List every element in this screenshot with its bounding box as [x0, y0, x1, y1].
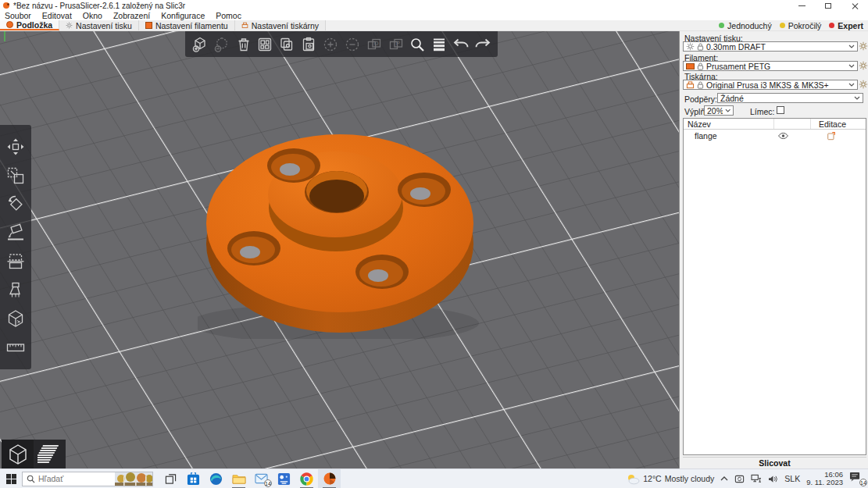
chrome-icon — [300, 472, 313, 486]
tray-expand-chevron-icon[interactable] — [720, 476, 728, 481]
supports-value: Žádné — [720, 94, 744, 103]
measure-tool-icon[interactable] — [5, 337, 26, 358]
lock-icon — [697, 43, 704, 51]
split-parts-icon[interactable]: P — [386, 34, 406, 55]
variable-layer-height-icon[interactable] — [429, 34, 449, 55]
menu-soubor[interactable]: Soubor — [5, 11, 31, 20]
print-settings-gear-button[interactable] — [859, 41, 868, 51]
editor-view-button[interactable] — [2, 440, 34, 468]
add-instance-icon[interactable] — [320, 34, 341, 55]
chevron-down-icon — [848, 64, 855, 68]
supports-label: Podpěry: — [684, 94, 717, 104]
mode-switcher: Jednoduchý Pokročilý Expert — [719, 20, 868, 30]
menu-okno[interactable]: Okno — [83, 11, 102, 20]
model-flange[interactable] — [198, 126, 482, 339]
slice-button[interactable]: Slicovat — [683, 457, 866, 468]
3d-viewport[interactable]: O P — [0, 31, 679, 468]
maximize-icon — [825, 3, 831, 9]
mode-expert[interactable]: Expert — [829, 21, 863, 30]
seam-tool-icon[interactable] — [5, 308, 26, 329]
microsoft-store-icon — [187, 472, 200, 486]
taskbar: 14 12°C Mostly cloudy SLK 16:06 9. 11. 2… — [0, 468, 868, 488]
delete-object-icon[interactable] — [212, 34, 232, 55]
printer-combo[interactable]: Original Prusa i3 MK3S & MK3S+ — [683, 80, 858, 90]
volume-tray-icon[interactable] — [768, 475, 778, 483]
tab-print-settings-label: Nastavení tisku — [76, 21, 132, 30]
notification-center-button[interactable]: 14 — [849, 472, 865, 486]
minimize-button[interactable] — [788, 0, 815, 11]
printer-icon — [241, 22, 248, 29]
expert-mode-dot-icon — [829, 23, 834, 28]
taskbar-clock[interactable]: 16:06 9. 11. 2023 — [806, 471, 843, 486]
eye-icon[interactable] — [777, 132, 789, 140]
prusaslicer-taskbar-button[interactable] — [318, 469, 341, 488]
object-row-flange[interactable]: flange — [684, 130, 866, 141]
tab-print-settings[interactable]: Nastavení tisku — [59, 20, 139, 30]
filament-gear-button[interactable] — [859, 61, 868, 70]
printer-gear-button[interactable] — [859, 80, 868, 89]
search-icon[interactable] — [407, 34, 427, 55]
remove-instance-icon[interactable] — [342, 34, 363, 55]
network-tray-icon[interactable] — [751, 474, 762, 483]
split-objects-icon[interactable]: O — [364, 34, 384, 55]
clock-date: 9. 11. 2023 — [806, 479, 843, 486]
infill-combo[interactable]: 20% — [704, 105, 734, 116]
menu-editovat[interactable]: Editovat — [42, 11, 72, 20]
tab-filament-settings[interactable]: Nastavení filamentu — [139, 20, 235, 30]
chrome-taskbar-button[interactable] — [295, 469, 318, 488]
mode-simple[interactable]: Jednoduchý — [719, 21, 772, 30]
close-button[interactable] — [841, 0, 868, 11]
task-view-button[interactable] — [159, 469, 182, 488]
task-view-icon — [165, 473, 177, 485]
start-button[interactable] — [0, 469, 22, 488]
delete-all-icon[interactable] — [234, 34, 254, 55]
sun-cloud-icon — [626, 473, 640, 485]
arrange-icon[interactable] — [255, 34, 275, 55]
language-indicator[interactable]: SLK — [784, 474, 800, 483]
filament-combo[interactable]: Prusament PETG — [683, 61, 858, 71]
undo-icon[interactable] — [451, 34, 471, 55]
mode-advanced[interactable]: Pokročilý — [780, 21, 822, 30]
filament-value: Prusament PETG — [706, 62, 770, 71]
copy-icon[interactable] — [277, 34, 297, 55]
taskbar-search[interactable] — [22, 472, 153, 486]
tab-printer-settings[interactable]: Nastavení tiskárny — [235, 20, 326, 30]
cut-tool-icon[interactable] — [5, 251, 26, 272]
top-toolbar: O P — [185, 31, 498, 57]
seasonal-search-art — [115, 472, 152, 486]
file-explorer-taskbar-button[interactable] — [227, 469, 250, 488]
maximize-button[interactable] — [815, 0, 841, 11]
column-separator — [773, 119, 774, 129]
scale-tool-icon[interactable] — [5, 166, 26, 186]
paste-icon[interactable] — [298, 34, 319, 55]
move-tool-icon[interactable] — [5, 137, 26, 157]
tab-plater[interactable]: Podložka — [0, 20, 59, 30]
weather-desc: Mostly cloudy — [665, 474, 715, 483]
main-area: O P — [0, 31, 868, 468]
prusaslicer-icon — [323, 472, 336, 485]
place-on-face-tool-icon[interactable] — [5, 223, 26, 243]
edge-taskbar-button[interactable] — [205, 469, 227, 488]
window-title: *Bez názvu - PrusaSlicer-2.6.1 založený … — [13, 2, 185, 10]
store-taskbar-button[interactable] — [182, 469, 205, 488]
add-object-icon[interactable] — [190, 34, 210, 55]
mail-taskbar-button[interactable]: 14 — [250, 469, 273, 488]
search-input[interactable] — [38, 474, 113, 483]
supports-combo[interactable]: Žádné — [717, 93, 863, 103]
preview-view-button[interactable] — [34, 440, 66, 468]
rotate-tool-icon[interactable] — [5, 194, 26, 214]
edit-settings-icon[interactable] — [827, 131, 836, 141]
brim-checkbox[interactable] — [777, 106, 784, 114]
sync-tray-icon[interactable] — [734, 474, 745, 484]
taskbar-weather[interactable]: 12°C Mostly cloudy — [626, 473, 714, 485]
redo-icon[interactable] — [473, 34, 493, 55]
menu-pomoc[interactable]: Pomoc — [216, 11, 241, 20]
print-settings-combo[interactable]: 0.30mm DRAFT — [683, 41, 858, 52]
paint-supports-tool-icon[interactable] — [5, 280, 26, 301]
menu-zobrazeni[interactable]: Zobrazení — [113, 11, 150, 20]
weather-app-taskbar-button[interactable] — [273, 469, 295, 488]
title-bar: *Bez názvu - PrusaSlicer-2.6.1 založený … — [0, 0, 868, 11]
lock-icon — [697, 81, 704, 89]
brim-label: Límec: — [750, 107, 775, 116]
menu-konfigurace[interactable]: Konfigurace — [161, 11, 205, 20]
